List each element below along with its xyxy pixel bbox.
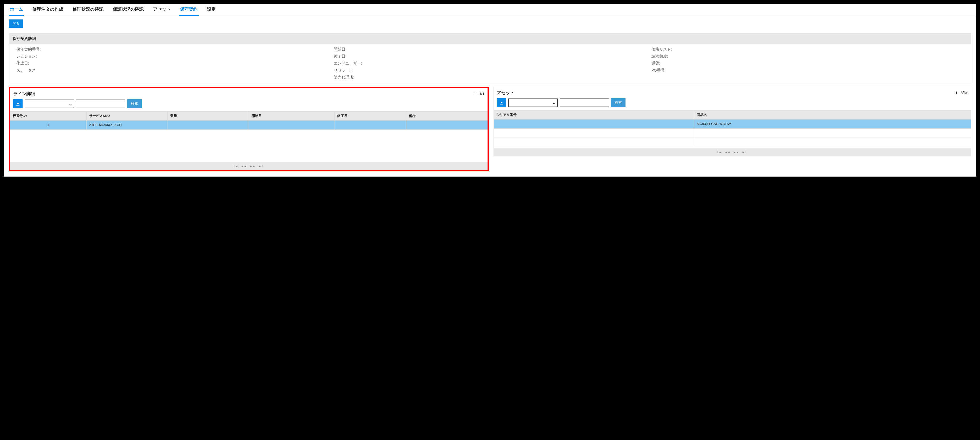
lines-filter-select[interactable]: ⌄ <box>25 100 74 108</box>
cell-notes <box>406 121 488 129</box>
tab-contracts[interactable]: 保守契約 <box>179 4 199 16</box>
label-price-list: 価格リスト: <box>651 47 964 52</box>
cell-serial <box>494 119 694 128</box>
sort-icon: ▲▼ <box>23 114 27 118</box>
tab-settings[interactable]: 設定 <box>206 4 217 16</box>
tab-assets[interactable]: アセット <box>152 4 172 16</box>
label-end-user: エンドユーザー: <box>334 61 646 66</box>
label-distributor: 販売代理店: <box>334 75 646 80</box>
pager-first-icon[interactable]: I◂ <box>717 150 723 154</box>
pager-next-icon[interactable]: ▸▸ <box>733 150 740 154</box>
cell-sku: Z1RE-MC93XX-2C00 <box>86 121 167 129</box>
download-icon <box>16 102 20 106</box>
tab-create-repair[interactable]: 修理注文の作成 <box>31 4 64 16</box>
chevron-down-icon: ⌄ <box>552 100 556 105</box>
back-button[interactable]: 戻る <box>9 19 23 28</box>
cell-product <box>694 128 971 137</box>
label-end-date: 終了日: <box>334 54 646 59</box>
assets-pager: I◂ ◂◂ ▸▸ ▸I <box>494 148 971 156</box>
pager-next-icon[interactable]: ▸▸ <box>250 164 256 168</box>
lines-pager: I◂ ◂◂ ▸▸ ▸I <box>10 162 488 170</box>
label-reseller: リセラー:: <box>334 68 646 73</box>
assets-card: アセット 1 - 3/3+ ⌄ 検索 シリアル番号 商品名 <box>493 87 972 156</box>
label-currency: 通貨: <box>651 61 964 66</box>
assets-search-button[interactable]: 検索 <box>611 98 625 107</box>
cell-row-no: 1 <box>10 121 86 129</box>
pager-prev-icon[interactable]: ◂◂ <box>241 164 248 168</box>
assets-download-button[interactable] <box>497 98 506 107</box>
col-end[interactable]: 終了日 <box>335 111 406 121</box>
lines-search-button[interactable]: 検索 <box>127 99 142 108</box>
pager-first-icon[interactable]: I◂ <box>233 164 239 168</box>
tab-home[interactable]: ホーム <box>9 4 24 16</box>
table-row[interactable] <box>494 137 971 146</box>
assets-search-input[interactable] <box>560 98 609 107</box>
cell-serial <box>494 128 694 137</box>
col-product[interactable]: 商品名 <box>694 110 971 119</box>
tab-warranty-status[interactable]: 保証状況の確認 <box>112 4 145 16</box>
cell-end <box>335 121 406 129</box>
main-tabs: ホーム 修理注文の作成 修理状況の確認 保証状況の確認 アセット 保守契約 設定 <box>4 4 976 16</box>
label-revision: レビジョン: <box>16 54 329 59</box>
assets-title: アセット <box>497 90 514 96</box>
chevron-down-icon: ⌄ <box>69 102 72 106</box>
label-po: PO番号: <box>651 68 964 73</box>
assets-count: 1 - 3/3+ <box>955 91 968 95</box>
label-contract-no: 保守契約番号: <box>16 47 329 52</box>
contract-detail-panel: 保守契約詳細 保守契約番号: レビジョン: 作成日: ステータス 開始日: 終了… <box>9 33 971 84</box>
col-notes[interactable]: 備考 <box>406 111 488 121</box>
col-sku[interactable]: サービスSKU <box>86 111 167 121</box>
cell-product <box>694 137 971 146</box>
line-details-count: 1 - 1/1 <box>474 92 484 96</box>
pager-prev-icon[interactable]: ◂◂ <box>725 150 731 154</box>
table-row[interactable]: 1 Z1RE-MC93XX-2C00 <box>10 121 488 129</box>
table-row[interactable] <box>494 128 971 137</box>
label-status: ステータス <box>16 68 329 73</box>
assets-filter-select[interactable]: ⌄ <box>508 98 558 107</box>
label-created: 作成日: <box>16 61 329 66</box>
col-row-no[interactable]: 行番号▲▼ <box>10 111 86 121</box>
download-icon <box>500 101 504 105</box>
lines-table: 行番号▲▼ サービスSKU 数量 開始日 終了日 備考 <box>10 111 488 121</box>
contract-detail-title: 保守契約詳細 <box>9 34 971 44</box>
tab-repair-status[interactable]: 修理状況の確認 <box>72 4 105 16</box>
line-details-title: ライン詳細 <box>13 91 35 97</box>
table-row[interactable]: MC930B-GSHDG4RW <box>494 119 971 128</box>
pager-last-icon[interactable]: ▸I <box>742 150 748 154</box>
line-details-card: ライン詳細 1 - 1/1 ⌄ 検索 行番号▲▼ サービスSKU <box>9 87 489 172</box>
col-qty[interactable]: 数量 <box>167 111 249 121</box>
lines-download-button[interactable] <box>13 99 22 108</box>
col-serial[interactable]: シリアル番号 <box>494 110 694 119</box>
label-billing-freq: 請求頻度: <box>651 54 964 59</box>
assets-table: シリアル番号 商品名 <box>494 110 971 119</box>
cell-start <box>249 121 334 129</box>
lines-search-input[interactable] <box>76 100 125 108</box>
pager-last-icon[interactable]: ▸I <box>259 164 264 168</box>
cell-serial <box>494 137 694 146</box>
cell-qty <box>167 121 249 129</box>
label-start-date: 開始日: <box>334 47 646 52</box>
col-start[interactable]: 開始日 <box>249 111 334 121</box>
cell-product: MC930B-GSHDG4RW <box>694 119 971 128</box>
